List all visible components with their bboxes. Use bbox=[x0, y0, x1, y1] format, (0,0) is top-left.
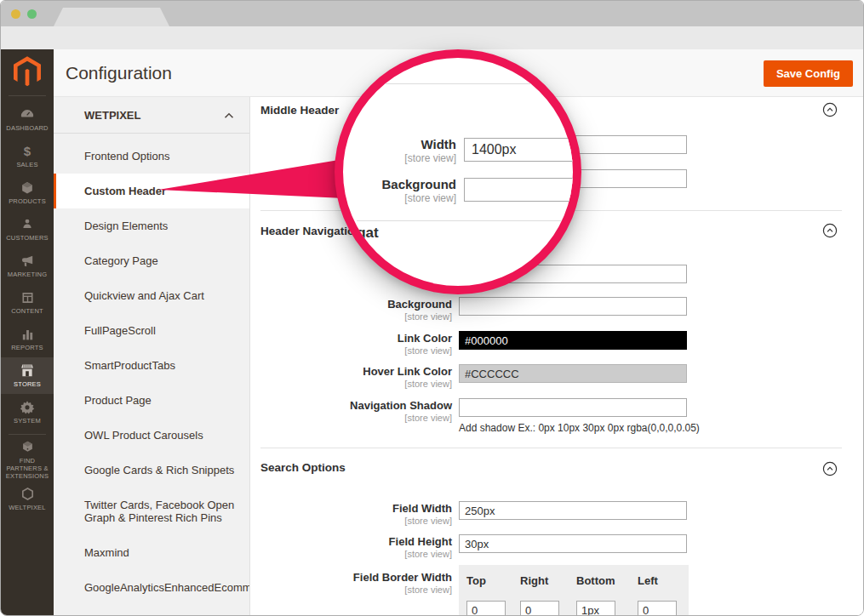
config-nav-item-frontend-options[interactable]: Frontend Options bbox=[54, 139, 249, 174]
magnified-width-input bbox=[464, 138, 581, 162]
config-nav-item-googleanalyticsenhancedecommerce[interactable]: GoogleAnalyticsEnhancedEcommerce bbox=[54, 570, 249, 605]
sidebar-item-find-partners-extensions[interactable]: FIND PARTNERS & EXTENSIONS bbox=[1, 438, 54, 481]
field-scope: [store view] bbox=[250, 412, 452, 424]
zoom-traffic-light-icon[interactable] bbox=[27, 9, 37, 19]
magnified-divider bbox=[357, 220, 573, 221]
save-config-button[interactable]: Save Config bbox=[764, 60, 853, 87]
sales-icon: $ bbox=[24, 144, 31, 158]
config-nav-item-category-page[interactable]: Category Page bbox=[54, 243, 249, 278]
section-title-header-navigation: Header Navigation bbox=[260, 225, 362, 237]
border-width-table: Top Right Bottom Left bbox=[459, 565, 689, 615]
config-nav-item-maxmind[interactable]: Maxmind bbox=[54, 535, 249, 570]
nav-background-input[interactable] bbox=[459, 297, 687, 316]
dashboard-icon bbox=[19, 107, 36, 122]
field-scope: [store view] bbox=[250, 584, 452, 596]
field-label: Background bbox=[250, 299, 452, 311]
config-nav-item-product-page[interactable]: Product Page bbox=[54, 383, 249, 418]
field-scope: [store view] bbox=[250, 548, 452, 560]
content-icon bbox=[20, 290, 35, 305]
field-height-input[interactable] bbox=[459, 534, 687, 553]
config-nav-item-twitter-cards-facebook-open-graph-pinterest-rich-pins[interactable]: Twitter Cards, Facebook Open Graph & Pin… bbox=[54, 488, 249, 535]
admin-sidebar: DASHBOARD$SALESPRODUCTSCUSTOMERSMARKETIN… bbox=[1, 49, 54, 615]
reports-icon bbox=[20, 327, 35, 341]
browser-tab[interactable] bbox=[54, 8, 169, 26]
sidebar-divider bbox=[9, 95, 46, 96]
column-header-top: Top bbox=[466, 574, 486, 587]
hover-link-color-input[interactable] bbox=[459, 364, 687, 383]
browser-window: DASHBOARD$SALESPRODUCTSCUSTOMERSMARKETIN… bbox=[0, 0, 864, 616]
system-icon bbox=[20, 400, 35, 414]
config-nav-item-owl-product-carousels[interactable]: OWL Product Carousels bbox=[54, 418, 249, 453]
field-label: Hover Link Color bbox=[250, 366, 452, 378]
field-label: Field Height bbox=[250, 536, 452, 548]
config-nav-item-google-cards-rich-snippets[interactable]: Google Cards & Rich Snippets bbox=[54, 453, 249, 488]
partners-icon bbox=[20, 440, 35, 454]
config-nav-group-label: WETPIXEL bbox=[84, 109, 140, 122]
column-header-bottom: Bottom bbox=[576, 574, 615, 587]
border-left-input[interactable] bbox=[638, 601, 677, 615]
border-right-input[interactable] bbox=[520, 601, 559, 615]
sidebar-item-products[interactable]: PRODUCTS bbox=[1, 174, 54, 211]
navigation-shadow-input[interactable] bbox=[459, 398, 687, 417]
customers-icon bbox=[20, 217, 34, 231]
magnified-divider bbox=[382, 83, 573, 84]
marketing-icon bbox=[20, 254, 35, 268]
magento-logo[interactable] bbox=[1, 49, 54, 94]
field-label: Navigation Shadow bbox=[250, 400, 452, 412]
magnified-width-label: Width bbox=[343, 137, 456, 151]
column-header-left: Left bbox=[638, 574, 658, 587]
column-header-right: Right bbox=[520, 574, 548, 587]
sidebar-item-stores[interactable]: STORES bbox=[1, 357, 54, 394]
section-title-middle-header: Middle Header bbox=[260, 104, 339, 117]
magnified-background-label: Background bbox=[343, 177, 456, 191]
sidebar-item-customers[interactable]: CUSTOMERS bbox=[1, 211, 54, 248]
field-width-input[interactable] bbox=[459, 501, 687, 520]
page-title: Configuration bbox=[66, 49, 172, 96]
sidebar-item-dashboard[interactable]: DASHBOARD bbox=[1, 101, 54, 138]
border-bottom-input[interactable] bbox=[576, 601, 615, 615]
chevron-up-icon bbox=[224, 109, 234, 122]
sidebar-item-sales[interactable]: $SALES bbox=[1, 138, 54, 174]
link-color-input[interactable] bbox=[459, 331, 687, 350]
sidebar-item-marketing[interactable]: MARKETING bbox=[1, 248, 54, 284]
sidebar-divider bbox=[9, 434, 46, 435]
browser-titlebar bbox=[1, 1, 863, 26]
field-scope: [store view] bbox=[250, 515, 452, 527]
sidebar-item-reports[interactable]: REPORTS bbox=[1, 321, 54, 357]
weltpixel-icon bbox=[20, 487, 35, 501]
config-nav-group-wetpixel[interactable]: WETPIXEL bbox=[54, 97, 249, 134]
field-label: Link Color bbox=[250, 333, 452, 345]
config-nav-item-custom-header[interactable]: Custom Header bbox=[54, 174, 249, 208]
field-label: Field Border Width bbox=[250, 572, 452, 584]
browser-addressbar[interactable] bbox=[1, 26, 863, 49]
field-scope: [store view] bbox=[250, 311, 452, 322]
collapse-header-navigation-button[interactable] bbox=[822, 223, 838, 238]
border-top-input[interactable] bbox=[466, 601, 506, 615]
config-nav-item-fullpagescroll[interactable]: FullPageScroll bbox=[54, 313, 249, 348]
field-scope: [store view] bbox=[250, 345, 452, 356]
sidebar-item-system[interactable]: SYSTEM bbox=[1, 394, 54, 431]
collapse-middle-header-button[interactable] bbox=[822, 102, 838, 117]
section-title-search-options: Search Options bbox=[260, 461, 346, 474]
magnified-width-scope: [store view] bbox=[343, 151, 456, 165]
magnified-background-scope: [store view] bbox=[343, 191, 456, 205]
config-nav-item-design-elements[interactable]: Design Elements bbox=[54, 208, 249, 243]
field-label: Field Width bbox=[250, 503, 452, 515]
navigation-shadow-note: Add shadow Ex.: 0px 10px 30px 0px rgba(0… bbox=[459, 422, 700, 434]
sidebar-item-content[interactable]: CONTENT bbox=[1, 284, 54, 321]
magnifier-circle: ader Width [store view] Background [stor… bbox=[335, 49, 581, 294]
section-divider bbox=[260, 448, 842, 448]
collapse-search-options-button[interactable] bbox=[822, 461, 838, 476]
magnified-background-input bbox=[464, 178, 581, 202]
stores-icon bbox=[20, 363, 35, 378]
config-nav: WETPIXEL Frontend OptionsCustom HeaderDe… bbox=[54, 97, 250, 615]
products-icon bbox=[20, 180, 35, 195]
sidebar-item-weltpixel[interactable]: WELTPIXEL bbox=[1, 481, 54, 517]
config-nav-item-smartproducttabs[interactable]: SmartProductTabs bbox=[54, 348, 249, 383]
field-scope: [store view] bbox=[250, 378, 452, 390]
minimize-traffic-light-icon[interactable] bbox=[11, 9, 20, 19]
config-nav-item-quickview-and-ajax-cart[interactable]: Quickview and Ajax Cart bbox=[54, 278, 249, 313]
